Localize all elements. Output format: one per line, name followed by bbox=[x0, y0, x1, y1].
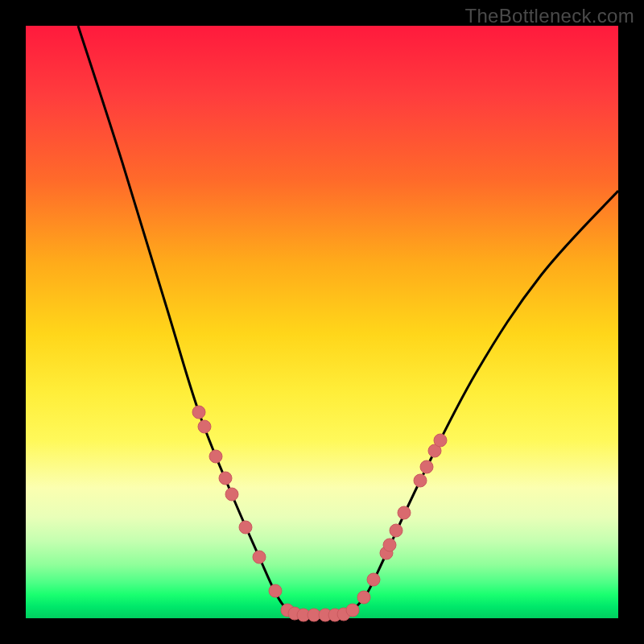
plot-area bbox=[26, 26, 618, 618]
data-dot bbox=[209, 450, 222, 463]
data-dot bbox=[192, 406, 205, 419]
data-dots bbox=[192, 406, 447, 621]
data-dot bbox=[390, 524, 402, 537]
data-dot bbox=[414, 474, 427, 487]
watermark-label: TheBottleneck.com bbox=[464, 5, 634, 27]
data-dot bbox=[398, 506, 411, 519]
data-dot bbox=[420, 460, 433, 473]
curve-layer bbox=[26, 26, 618, 618]
data-dot bbox=[269, 584, 282, 597]
data-dot bbox=[434, 434, 447, 447]
data-dot bbox=[253, 551, 266, 564]
data-dot bbox=[239, 521, 252, 534]
bottleneck-curve bbox=[78, 26, 618, 615]
data-dot bbox=[225, 488, 238, 501]
data-dot bbox=[198, 420, 211, 433]
chart-frame: TheBottleneck.com bbox=[0, 0, 644, 644]
data-dot bbox=[346, 604, 359, 617]
data-dot bbox=[367, 573, 380, 586]
data-dot bbox=[383, 539, 396, 551]
data-dot bbox=[219, 472, 232, 485]
data-dot bbox=[357, 591, 370, 604]
